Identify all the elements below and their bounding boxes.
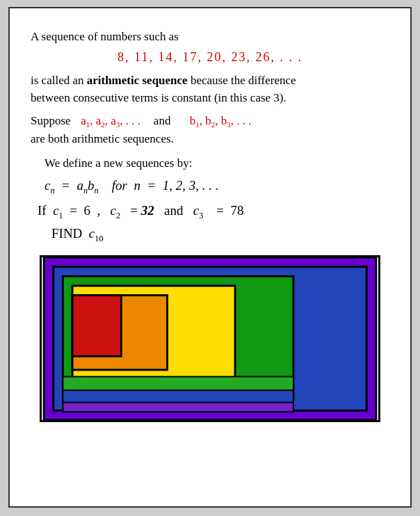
and-word-1: and: [147, 114, 179, 128]
arithmetic-def-3: between consecutive terms is constant (i…: [31, 89, 389, 107]
arithmetic-bold: arithmetic sequence: [87, 74, 188, 87]
intro-text: A sequence of numbers such as: [31, 28, 389, 46]
diagram: [40, 255, 380, 422]
sequence: 8, 11, 14, 17, 20, 23, 26, . . .: [31, 50, 389, 65]
arithmetic-def-2: because the difference: [188, 74, 296, 87]
svg-rect-6: [63, 377, 293, 392]
arithmetic-def: is called an arithmetic sequence because…: [31, 72, 389, 90]
find-line: FIND c10: [51, 226, 389, 244]
are-both: are both arithmetic sequences.: [31, 130, 389, 148]
seq-a: a1, a2, a3, . . .: [75, 114, 144, 129]
seq-b: b1, b2, b3, . . .: [184, 114, 251, 129]
if-line: If c1 = 6 , c2 = 32 and c3 = 78: [38, 203, 389, 221]
and-word-2: and: [164, 203, 183, 218]
define-section: We define a new sequences by:: [45, 154, 389, 172]
svg-rect-5: [72, 296, 121, 357]
arithmetic-def-1: is called an: [31, 74, 87, 87]
suppose-word: Suppose: [31, 114, 71, 128]
suppose-block: Suppose a1, a2, a3, . . . and b1, b2, b3…: [31, 114, 389, 129]
svg-rect-7: [63, 390, 293, 404]
page: A sequence of numbers such as 8, 11, 14,…: [8, 7, 412, 508]
formula-line: cn = anbn for n = 1, 2, 3, . . .: [45, 178, 389, 196]
find-label: FIND: [51, 226, 86, 241]
svg-rect-8: [63, 403, 293, 412]
we-define: We define a new sequences by:: [45, 154, 389, 172]
